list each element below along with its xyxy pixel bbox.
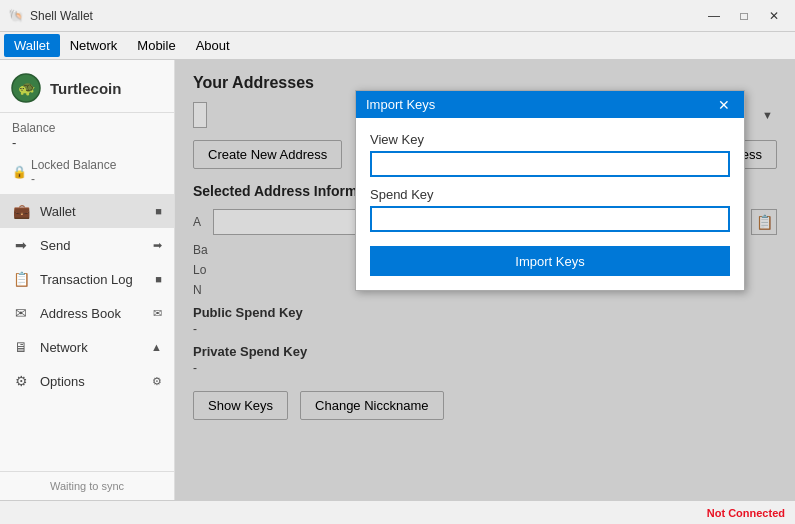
locked-balance-section: 🔒 Locked Balance - — [0, 154, 174, 190]
minimize-button[interactable]: — — [701, 6, 727, 26]
view-key-input[interactable] — [370, 151, 730, 177]
import-keys-button[interactable]: Import Keys — [370, 246, 730, 276]
modal-body: View Key Spend Key Import Keys — [356, 118, 744, 290]
menu-network[interactable]: Network — [60, 34, 128, 57]
modal-overlay: Import Keys ✕ View Key Spend Key Import … — [175, 60, 795, 500]
send-nav-icon: ➡ — [12, 237, 30, 253]
options-nav-icon: ⚙ — [12, 373, 30, 389]
balance-value: - — [12, 135, 162, 150]
svg-text:🐢: 🐢 — [18, 80, 36, 97]
sidebar-item-network[interactable]: 🖥 Network ▲ — [0, 330, 174, 364]
view-key-label: View Key — [370, 132, 730, 147]
app-layout: 🐢 Turtlecoin Balance - 🔒 Locked Balance … — [0, 60, 795, 500]
menu-wallet[interactable]: Wallet — [4, 34, 60, 57]
sidebar: 🐢 Turtlecoin Balance - 🔒 Locked Balance … — [0, 60, 175, 500]
sidebar-logo: 🐢 Turtlecoin — [0, 60, 174, 113]
sidebar-item-send[interactable]: ➡ Send ➡ — [0, 228, 174, 262]
send-nav-label: Send — [40, 238, 70, 253]
tx-log-nav-icon: 📋 — [12, 271, 30, 287]
locked-label: Locked Balance — [31, 158, 116, 172]
status-bar: Not Connected — [0, 500, 795, 524]
wallet-nav-icon: 💼 — [12, 203, 30, 219]
main-content: Your Addresses ▼ Create New Address Dele… — [175, 60, 795, 500]
options-nav-label: Options — [40, 374, 85, 389]
coin-icon: 🐢 — [10, 72, 42, 104]
balance-label: Balance — [12, 121, 162, 135]
sidebar-nav: 💼 Wallet ■ ➡ Send ➡ 📋 Transaction Log ■ … — [0, 190, 174, 471]
tx-log-nav-label: Transaction Log — [40, 272, 133, 287]
modal-header: Import Keys ✕ — [356, 91, 744, 118]
connection-status: Not Connected — [707, 507, 785, 519]
coin-name: Turtlecoin — [50, 80, 121, 97]
maximize-button[interactable]: □ — [731, 6, 757, 26]
address-book-nav-icon: ✉ — [12, 305, 30, 321]
menu-bar: Wallet Network Mobile About — [0, 32, 795, 60]
app-icon: 🐚 — [8, 8, 24, 24]
locked-value: - — [31, 172, 116, 186]
lock-icon: 🔒 — [12, 165, 27, 179]
network-nav-icon: 🖥 — [12, 339, 30, 355]
modal-close-button[interactable]: ✕ — [714, 98, 734, 112]
menu-mobile[interactable]: Mobile — [127, 34, 185, 57]
menu-about[interactable]: About — [186, 34, 240, 57]
network-nav-label: Network — [40, 340, 88, 355]
sidebar-item-address-book[interactable]: ✉ Address Book ✉ — [0, 296, 174, 330]
address-book-nav-label: Address Book — [40, 306, 121, 321]
spend-key-label: Spend Key — [370, 187, 730, 202]
balance-section: Balance - — [0, 113, 174, 154]
close-button[interactable]: ✕ — [761, 6, 787, 26]
sidebar-item-options[interactable]: ⚙ Options ⚙ — [0, 364, 174, 398]
modal-title: Import Keys — [366, 97, 435, 112]
spend-key-input[interactable] — [370, 206, 730, 232]
sidebar-footer: Waiting to sync — [0, 471, 174, 500]
app-title: Shell Wallet — [30, 9, 93, 23]
import-keys-modal: Import Keys ✕ View Key Spend Key Import … — [355, 90, 745, 291]
sidebar-item-wallet[interactable]: 💼 Wallet ■ — [0, 194, 174, 228]
wallet-nav-label: Wallet — [40, 204, 76, 219]
sidebar-item-transaction-log[interactable]: 📋 Transaction Log ■ — [0, 262, 174, 296]
window-controls: — □ ✕ — [701, 6, 787, 26]
sync-status: Waiting to sync — [50, 480, 124, 492]
title-bar: 🐚 Shell Wallet — □ ✕ — [0, 0, 795, 32]
